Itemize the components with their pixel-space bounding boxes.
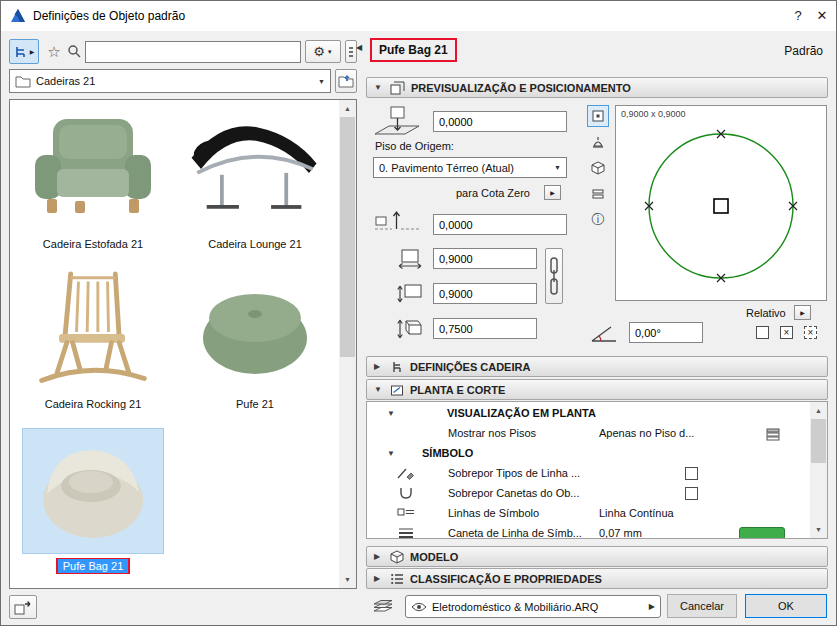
list-item-cadeira-estofada[interactable]: Cadeira Estofada 21 (14, 106, 172, 262)
ok-button[interactable]: OK (745, 594, 827, 618)
folder-up-button[interactable] (335, 69, 357, 93)
tree-row-label: Mostrar nos Pisos (448, 427, 536, 439)
object-name-box: Pufe Bag 21 (370, 38, 457, 62)
width-input[interactable] (433, 248, 537, 269)
tree-scrollbar[interactable]: ▲ ▼ (810, 402, 827, 538)
pen-color-swatch[interactable] (739, 527, 785, 539)
armchair-image (23, 111, 163, 231)
collapse-panel-arrow[interactable]: ◀ (356, 43, 362, 52)
scrollbar-thumb[interactable] (811, 419, 826, 463)
scroll-down-icon[interactable]: ▼ (810, 521, 827, 538)
search-input[interactable] (85, 41, 301, 63)
object-list: Cadeira Estofada 21 Cadeira Lounge 21 (9, 99, 357, 589)
list-item-cadeira-lounge[interactable]: Cadeira Lounge 21 (176, 106, 334, 262)
view-section-button[interactable] (587, 183, 609, 205)
section-model[interactable]: ▶ MODELO (366, 546, 828, 567)
view-elevation-button[interactable] (587, 131, 609, 153)
pouf-image (190, 276, 320, 386)
section-view-icon (591, 187, 605, 201)
object-label: Pufe 21 (176, 398, 334, 410)
elevation-input[interactable] (433, 111, 567, 132)
object-label: Cadeira Rocking 21 (14, 398, 172, 410)
eye-icon (411, 602, 427, 612)
elevation-view-icon (591, 135, 605, 149)
folder-up-icon (338, 74, 354, 88)
settings-menu-button[interactable]: ⚙ ▼ (305, 40, 341, 63)
favorites-button[interactable]: ☆ (43, 41, 65, 63)
insertion-point-toggle[interactable]: × (780, 326, 793, 339)
tree-row-label: Sobrepor Canetas do Ob... (448, 487, 579, 499)
offset-input[interactable] (433, 214, 567, 235)
pen-weight-icon (397, 527, 415, 539)
scroll-down-icon[interactable]: ▼ (339, 571, 356, 588)
tree-row-override-linetypes[interactable]: Sobrepor Tipos de Linha ... (367, 464, 810, 484)
folder-select[interactable]: Cadeiras 21 ▼ (9, 69, 331, 93)
tree-group-label: VISUALIZAÇÃO EM PLANTA (447, 407, 596, 419)
height-input[interactable] (433, 318, 537, 339)
cube-3d-icon (591, 161, 605, 175)
list-item-pufe-bag-selected[interactable]: Pufe Bag 21 (14, 426, 172, 582)
view-info-button[interactable]: ⓘ (587, 209, 609, 231)
tree-row-value[interactable]: 0,07 mm (599, 527, 642, 539)
preview-section-icon (390, 81, 405, 95)
tree-row-symbol-lines[interactable]: Linhas de Símbolo Linha Contínua (367, 504, 810, 524)
transfer-settings-icon (14, 600, 32, 615)
canvas-dimensions: 0,9000 x 0,9000 (621, 109, 686, 119)
tree-group-plan-view[interactable]: ▼ VISUALIZAÇÃO EM PLANTA (367, 404, 810, 424)
beanbag-image (33, 436, 153, 546)
object-thumbnail (184, 268, 326, 394)
window-title: Definições de Objeto padrão (33, 1, 185, 31)
chain-link-icon (548, 255, 560, 297)
origin-floor-select[interactable]: 0. Pavimento Térreo (Atual) ▼ (373, 157, 567, 178)
scrollbar-thumb[interactable] (340, 117, 355, 357)
section-plan-section[interactable]: ▼ PLANTA E CORTE (366, 379, 828, 400)
depth-dimension-icon (397, 284, 423, 304)
cancel-button[interactable]: Cancelar (667, 594, 737, 618)
selected-object-label-wrap: Pufe Bag 21 (14, 558, 172, 574)
tree-row-symbol-pen[interactable]: Caneta de Linha de Símb... 0,07 mm (367, 524, 810, 539)
section-title: CLASSIFICAÇÃO E PROPRIEDADES (410, 573, 602, 585)
mirror-checkbox[interactable] (756, 326, 769, 339)
pen-icon (397, 487, 415, 500)
rotation-input[interactable] (629, 322, 703, 343)
subtype-view-button[interactable]: ▶ (9, 39, 39, 64)
scroll-up-icon[interactable]: ▲ (810, 402, 827, 419)
symbol-lines-icon (397, 507, 415, 520)
view-2d-plan-button[interactable] (587, 105, 609, 127)
preview-canvas[interactable]: 0,9000 x 0,9000 (615, 105, 827, 301)
transfer-settings-button[interactable] (9, 595, 37, 619)
list-scrollbar[interactable]: ▲ ▼ (339, 100, 356, 588)
relative-menu-button[interactable]: ▶ (794, 305, 811, 320)
override-linetypes-checkbox[interactable] (685, 467, 698, 480)
tree-row-show-on-floors[interactable]: Mostrar nos Pisos Apenas no Piso d... (367, 424, 810, 444)
to-zero-menu-button[interactable]: ▶ (544, 185, 561, 200)
layers-button[interactable] (367, 594, 399, 618)
depth-input[interactable] (433, 283, 537, 304)
section-title: DEFINIÇÕES CADEIRA (410, 361, 530, 373)
section-preview-positioning[interactable]: ▼ PREVISUALIZAÇÃO E POSICIONAMENTO (366, 77, 828, 98)
tree-row-value[interactable]: Linha Contínua (599, 507, 674, 519)
section-classification[interactable]: ▶ CLASSIFICAÇÃO E PROPRIEDADES (366, 568, 828, 589)
list-item-cadeira-rocking[interactable]: Cadeira Rocking 21 (14, 266, 172, 422)
tree-row-override-pens[interactable]: Sobrepor Canetas do Ob... (367, 484, 810, 504)
to-zero-label: para Cota Zero (456, 187, 530, 199)
model-section-icon (390, 550, 404, 564)
chair-icon (14, 45, 28, 59)
section-title: PLANTA E CORTE (410, 384, 505, 396)
section-chair-settings[interactable]: ▶ DEFINIÇÕES CADEIRA (366, 356, 828, 377)
layers-icon (372, 598, 394, 615)
menu-arrow-icon: ▶ (30, 48, 35, 55)
tree-row-value[interactable]: Apenas no Piso d... (599, 427, 694, 439)
hotspot-point-toggle[interactable]: × (804, 326, 817, 339)
override-pens-checkbox[interactable] (685, 487, 698, 500)
link-dimensions-button[interactable] (545, 248, 563, 304)
list-item-pufe[interactable]: Pufe 21 (176, 266, 334, 422)
scroll-up-icon[interactable]: ▲ (339, 100, 356, 117)
layer-combo[interactable]: Eletrodoméstico & Mobiliário.ARQ ▶ (405, 595, 661, 618)
tree-row-label: Caneta de Linha de Símb... (448, 527, 582, 539)
object-settings-dialog: Definições de Objeto padrão ? ✕ ▶ ☆ ⚙ ▼ … (0, 0, 837, 626)
close-button[interactable]: ✕ (807, 1, 837, 31)
classification-section-icon (390, 572, 404, 586)
view-3d-button[interactable] (587, 157, 609, 179)
tree-group-symbol[interactable]: ▼ SÍMBOLO (367, 444, 810, 464)
